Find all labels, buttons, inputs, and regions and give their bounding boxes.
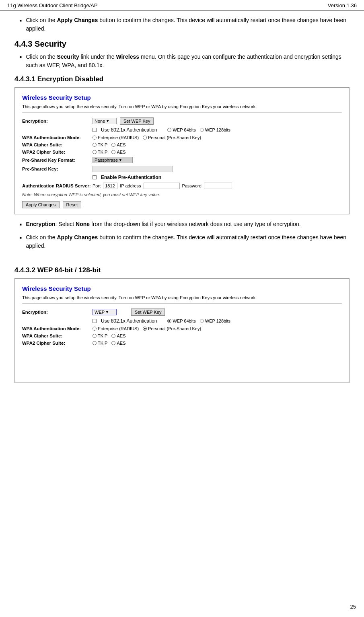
- section-443-heading: 4.4.3 Security: [14, 39, 350, 49]
- encryption-select[interactable]: None ▼: [93, 118, 117, 124]
- page-header: 11g Wireless Outdoor Client Bridge/AP Ve…: [0, 0, 364, 10]
- wpa-cipher-row-wep: WPA Cipher Suite: TKIP AES: [22, 333, 342, 338]
- personal-radio-wep[interactable]: [143, 327, 147, 331]
- wpa2-cipher-label-wep: WPA2 Cipher Suite:: [22, 341, 93, 346]
- personal-label-wep: Personal (Pre-Shared Key): [148, 326, 201, 331]
- 8021x-controls: Use 802.1x Authentication WEP 64bits WEP…: [93, 127, 342, 133]
- none-bold: None: [76, 221, 90, 227]
- click-text2: Click on the: [26, 234, 57, 241]
- 8021x-label-wep: Use 802.1x Authentication: [101, 318, 157, 324]
- page-number: 25: [350, 604, 356, 610]
- aes-label: AES: [117, 142, 125, 147]
- encryption-controls: None ▼ Set WEP Key: [93, 117, 342, 125]
- enterprise-radio-wep[interactable]: [93, 327, 97, 331]
- aes-radio-wep[interactable]: [111, 334, 115, 338]
- main-content: ▪ Click on the Apply Changes button to c…: [0, 10, 364, 394]
- 8021x-controls-wep: Use 802.1x Authentication WEP 64bits WEP…: [93, 318, 342, 324]
- tkip2-label: TKIP: [98, 150, 107, 154]
- 8021x-row: Use 802.1x Authentication WEP 64bits WEP…: [22, 127, 342, 133]
- section-4431-heading: 4.4.3.1 Encryption Disabled: [14, 75, 350, 83]
- wep128-radio-wep[interactable]: [200, 319, 204, 323]
- tkip2-label-wep: TKIP: [98, 341, 107, 346]
- tkip2-radio-wep[interactable]: [93, 341, 97, 345]
- psk-format-arrow: ▼: [119, 158, 122, 162]
- ip-input[interactable]: [144, 183, 180, 189]
- preauth-label: Enable Pre-Authentication: [101, 175, 161, 180]
- wpa-cipher-label: WPA Cipher Suite:: [22, 142, 93, 147]
- tkip-radio-wep[interactable]: [93, 334, 97, 338]
- 8021x-checkbox-wep[interactable]: [93, 319, 97, 323]
- tkip-item-wep: TKIP: [93, 333, 107, 338]
- screenshot-wep: Wireless Security Setup This page allows…: [14, 278, 350, 383]
- tkip2-radio[interactable]: [93, 150, 97, 154]
- encryption-value-wep: WEP: [95, 310, 105, 315]
- bullet-security: ▪ Click on the Security link under the W…: [19, 53, 350, 70]
- wep128-radio[interactable]: [200, 128, 204, 132]
- wep-bits-group: WEP 64bits WEP 128bits: [167, 128, 230, 132]
- encryption-none-text: Encryption: Select None from the drop-do…: [26, 220, 350, 228]
- enterprise-label: Enterprise (RADIUS): [98, 135, 139, 140]
- click-text: Click on the: [26, 53, 57, 60]
- aes2-item: AES: [111, 150, 125, 154]
- aes2-item-wep: AES: [111, 341, 125, 346]
- wpa2-cipher-row-wep: WPA2 Cipher Suite: TKIP AES: [22, 341, 342, 346]
- encryption-value: None: [95, 119, 105, 123]
- wpa-auth-group-wep: Enterprise (RADIUS) Personal (Pre-Shared…: [93, 326, 201, 331]
- enterprise-item: Enterprise (RADIUS): [93, 135, 139, 140]
- psk-input[interactable]: [93, 166, 173, 172]
- wep64-radio-wep[interactable]: [167, 319, 171, 323]
- wireless-bold: Wireless: [116, 53, 139, 60]
- wep64-label: WEP 64bits: [173, 128, 195, 132]
- enc-colon: : Select: [56, 221, 76, 227]
- bullet-symbol: ▪: [19, 16, 22, 25]
- wpa2-cipher-controls-wep: TKIP AES: [93, 341, 342, 346]
- password-input[interactable]: [204, 183, 232, 189]
- apply-changes-btn-1[interactable]: Apply Changes: [22, 201, 60, 208]
- preauth-checkbox[interactable]: [93, 175, 97, 179]
- psk-format-row: Pre-Shared Key Format: Passphrase ▼: [22, 157, 342, 163]
- header-right: Version 1.36: [328, 2, 357, 8]
- screenshot-encryption-disabled: Wireless Security Setup This page allows…: [14, 87, 350, 214]
- set-wep-btn-2[interactable]: Set WEP Key: [131, 308, 165, 316]
- psk-format-label: Pre-Shared Key Format:: [22, 158, 93, 162]
- enterprise-item-wep: Enterprise (RADIUS): [93, 326, 139, 331]
- tkip2-item: TKIP: [93, 150, 107, 154]
- encryption-select-wep[interactable]: WEP ▼: [93, 309, 117, 315]
- personal-radio[interactable]: [143, 136, 147, 140]
- preauth-controls: Enable Pre-Authentication: [93, 175, 342, 180]
- 8021x-checkbox[interactable]: [93, 128, 97, 132]
- set-wep-btn[interactable]: Set WEP Key: [120, 117, 154, 125]
- psk-format-select[interactable]: Passphrase ▼: [93, 157, 133, 163]
- link-text: link under the: [79, 53, 116, 60]
- tkip-radio[interactable]: [93, 143, 97, 147]
- bullet-symbol3: ▪: [19, 220, 22, 229]
- tkip-label: TKIP: [98, 142, 107, 147]
- aes2-radio[interactable]: [111, 150, 115, 154]
- port-input[interactable]: 1812: [103, 183, 117, 189]
- aes2-radio-wep[interactable]: [111, 341, 115, 345]
- wpa-auth-row-wep: WPA Authentication Mode: Enterprise (RAD…: [22, 326, 342, 331]
- wep64-label-wep: WEP 64bits: [173, 319, 195, 323]
- apply-bold: Apply Changes: [57, 17, 98, 23]
- select-arrow-wep: ▼: [105, 310, 109, 314]
- ip-label: IP address: [120, 183, 141, 188]
- encryption-label-wep: Encryption:: [22, 310, 93, 315]
- wpa-cipher-controls: TKIP AES: [93, 142, 342, 147]
- header-left: 11g Wireless Outdoor Client Bridge/AP: [7, 2, 98, 8]
- aes-radio[interactable]: [111, 143, 115, 147]
- enterprise-radio[interactable]: [93, 136, 97, 140]
- radius-label: Authentication RADIUS Server:: [22, 183, 93, 188]
- ws-title-2: Wireless Security Setup: [22, 285, 342, 292]
- wpa-cipher-row: WPA Cipher Suite: TKIP AES: [22, 142, 342, 147]
- wpa-auth-label: WPA Authentication Mode:: [22, 135, 93, 140]
- encryption-bold: Encryption: [26, 221, 55, 227]
- wpa-cipher-group-wep: TKIP AES: [93, 333, 125, 338]
- wpa2-cipher-row: WPA2 Cipher Suite: TKIP AES: [22, 150, 342, 154]
- wep64-radio[interactable]: [167, 128, 171, 132]
- bullet-apply-changes-2: ▪ Click on the Apply Changes button to c…: [19, 233, 350, 250]
- apply-changes-text-2: Click on the Apply Changes button to con…: [26, 233, 350, 250]
- radius-row: Authentication RADIUS Server: Port 1812 …: [22, 183, 342, 189]
- 8021x-row-wep: Use 802.1x Authentication WEP 64bits WEP…: [22, 318, 342, 324]
- reset-btn-1[interactable]: Reset: [63, 201, 82, 208]
- password-label: Password: [182, 183, 202, 188]
